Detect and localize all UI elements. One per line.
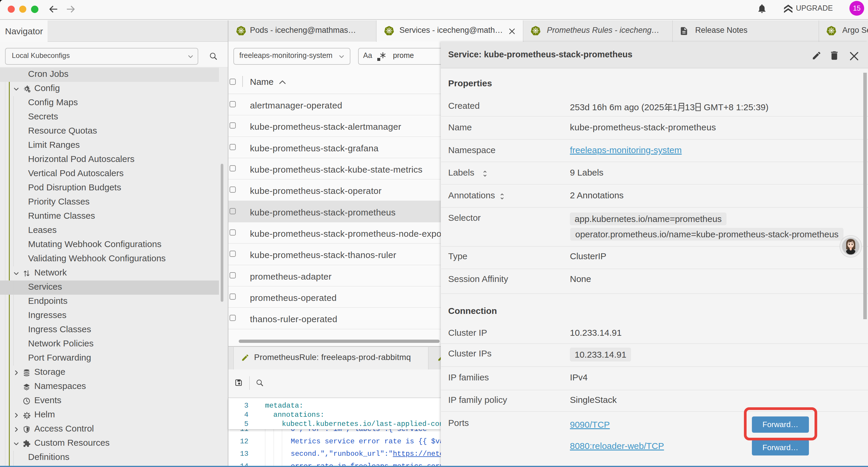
svg-text:HELM: HELM xyxy=(24,414,30,417)
